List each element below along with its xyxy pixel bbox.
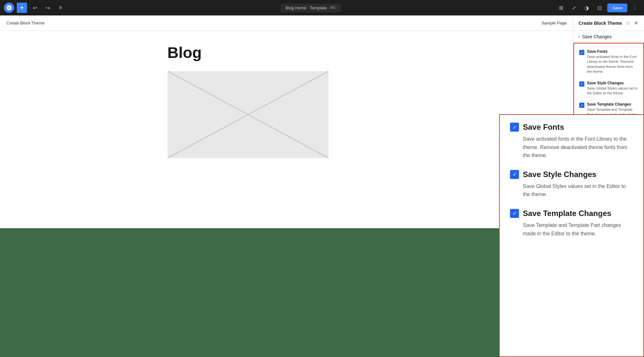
toolbar-center: Blog Home · Template ⌘K [68,4,553,12]
save-fonts-checkbox[interactable]: ✓ [579,50,584,55]
redo-button[interactable]: ↪ [43,3,53,13]
star-icon-button[interactable]: ☆ [625,19,631,27]
breadcrumb-text: Blog Home · Template [286,5,327,10]
image-placeholder [168,71,329,158]
zoomed-save-fonts-header: ✓ Save Fonts [510,123,633,132]
list-view-button[interactable]: ≡ [55,3,66,13]
save-style-title: Save Style Changes [587,81,638,85]
back-nav[interactable]: ‹ Save Changes [573,31,644,43]
zoomed-save-template-title: Save Template Changes [523,209,611,218]
zoomed-save-template-checkbox[interactable]: ✓ [510,209,519,218]
save-style-desc: Save Global Styles values set in the Edi… [587,86,638,96]
toolbar-right: ⊞ ⤢ ◑ ⊡ Save ⋮ [556,3,640,13]
breadcrumb[interactable]: Blog Home · Template ⌘K [281,4,341,12]
plugin-panel-header: Create Block Theme ☆ ✕ [573,15,644,31]
keyboard-shortcut: ⌘K [330,5,336,10]
save-template-checkbox[interactable]: ✓ [579,103,584,108]
blog-title: Blog [168,44,406,61]
back-arrow-icon: ‹ [579,34,580,39]
zoomed-save-style-checkbox[interactable]: ✓ [510,170,519,179]
zoomed-save-template-desc: Save Template and Template Part changes … [523,221,633,238]
zoomed-save-template-header: ✓ Save Template Changes [510,209,633,218]
option-save-style: ✓ Save Style Changes Save Global Styles … [574,78,643,99]
option-save-fonts: ✓ Save Fonts Save activated fonts in the… [574,46,643,78]
plugin-panel-header-icons: ☆ ✕ [625,19,639,27]
save-fonts-desc: Save activated fonts in the Font Library… [587,54,638,74]
add-block-button[interactable]: + [17,3,27,13]
save-button[interactable]: Save [607,4,627,12]
fullscreen-button[interactable]: ⤢ [569,3,579,13]
save-template-title: Save Template Changes [587,102,638,107]
zoomed-save-template: ✓ Save Template Changes Save Template an… [510,209,633,238]
style-button[interactable]: ◑ [582,3,592,13]
save-style-checkbox[interactable]: ✓ [579,81,584,87]
save-fonts-title: Save Fonts [587,49,638,54]
plugin-panel-title: Create Block Theme [579,21,622,26]
settings-button[interactable]: ⊡ [594,3,605,13]
save-fonts-content: Save Fonts Save activated fonts in the F… [587,49,638,74]
toolbar: + ↩ ↪ ≡ Blog Home · Template ⌘K ⊞ ⤢ ◑ ⊡ … [0,0,644,15]
zoomed-save-fonts-desc: Save activated fonts in the Font Library… [523,135,633,160]
zoomed-save-style: ✓ Save Style Changes Save Global Styles … [510,170,633,199]
zoomed-save-fonts: ✓ Save Fonts Save activated fonts in the… [510,123,633,160]
more-options-button[interactable]: ⋮ [630,3,640,13]
save-style-content: Save Style Changes Save Global Styles va… [587,81,638,96]
undo-button[interactable]: ↩ [30,3,40,13]
canvas-content: Blog [168,44,406,158]
green-bg-left [0,228,499,357]
wp-logo[interactable] [4,3,14,13]
editor-header: Create Block Theme Sample Page [0,15,573,31]
close-panel-button[interactable]: ✕ [633,19,639,27]
back-nav-label: Save Changes [582,34,612,39]
zoomed-save-style-title: Save Style Changes [523,170,596,179]
zoomed-save-style-desc: Save Global Styles values set in the Edi… [523,182,633,199]
zoomed-save-style-header: ✓ Save Style Changes [510,170,633,179]
editor-plugin-title: Create Block Theme [6,21,44,25]
view-button[interactable]: ⊞ [556,3,566,13]
zoomed-save-fonts-checkbox[interactable]: ✓ [510,123,519,132]
zoomed-save-fonts-title: Save Fonts [523,123,564,132]
editor-sample-page: Sample Page [542,21,567,25]
zoomed-panel: ✓ Save Fonts Save activated fonts in the… [499,114,644,357]
